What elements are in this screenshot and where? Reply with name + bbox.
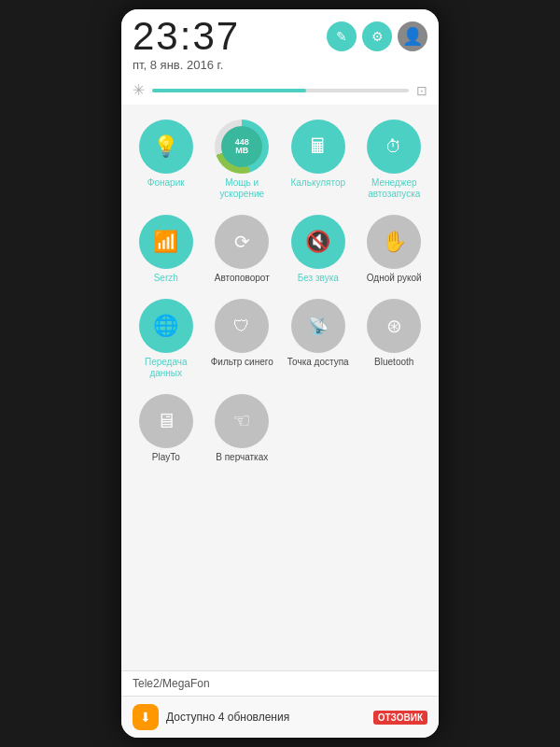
brightness-track[interactable] <box>152 89 409 92</box>
tile-data[interactable]: 🌐 Передача данных <box>129 293 203 385</box>
notification-text: Доступно 4 обновления <box>166 711 289 724</box>
tile-hotspot[interactable]: 📡 Точка доступа <box>281 293 356 385</box>
playto-label: PlayTo <box>152 452 180 463</box>
tile-calculator[interactable]: 🖩 Калькулятор <box>281 114 356 205</box>
tile-autostart[interactable]: ⏱ Менеджер автозапуска <box>357 114 432 205</box>
bluelight-label: Фильтр синего <box>211 357 273 368</box>
onehand-icon: ✋ <box>367 215 421 269</box>
edit-icon: ✎ <box>336 29 347 44</box>
bluelight-icon: 🛡 <box>215 299 269 353</box>
quick-settings-panel: 💡 Фонарик 448 МВ Мощь и ускорение 🖩 Каль… <box>121 105 439 670</box>
brightness-fill <box>152 89 306 92</box>
hotspot-label: Точка доступа <box>287 357 349 368</box>
time-display: 23:37 <box>133 17 240 56</box>
avatar[interactable]: 👤 <box>398 21 427 51</box>
tile-playto[interactable]: 🖥 PlayTo <box>129 388 203 469</box>
wifi-icon: 📶 <box>139 215 193 269</box>
tile-boost[interactable]: 448 МВ Мощь и ускорение <box>205 114 280 205</box>
brightness-low-icon: ✳ <box>133 81 145 99</box>
date-display: пт, 8 янв. 2016 г. <box>133 58 427 72</box>
rotation-icon: ⟳ <box>215 215 269 269</box>
otzovik-badge: ОТЗОВИК <box>373 711 427 725</box>
status-bar: 23:37 ✎ ⚙ 👤 пт, 8 янв. 2016 г. <box>121 9 439 76</box>
data-icon: 🌐 <box>139 299 193 353</box>
bluetooth-label: Bluetooth <box>374 357 413 368</box>
notification-bar[interactable]: ⬇ Доступно 4 обновления ОТЗОВИК <box>121 696 439 738</box>
gloves-icon: ☜ <box>215 394 269 448</box>
tile-bluelight[interactable]: 🛡 Фильтр синего <box>205 293 280 385</box>
tile-silent[interactable]: 🔇 Без звука <box>281 209 356 289</box>
tile-bluetooth[interactable]: ⊛ Bluetooth <box>357 293 432 385</box>
tile-gloves[interactable]: ☜ В перчатках <box>205 388 280 469</box>
notification-icon: ⬇ <box>133 704 159 730</box>
autostart-icon: ⏱ <box>367 120 421 174</box>
flashlight-label: Фонарик <box>147 177 185 189</box>
playto-icon: 🖥 <box>139 394 193 448</box>
autostart-label: Менеджер автозапуска <box>359 177 430 200</box>
rotation-label: Автоповорот <box>215 273 270 284</box>
ram-circle: 448 МВ <box>215 120 269 174</box>
wifi-label: Serzh <box>154 273 178 284</box>
top-icons: ✎ ⚙ 👤 <box>327 21 427 51</box>
carrier-bar: Tele2/MegaFon <box>121 670 439 696</box>
settings-icon-button[interactable]: ⚙ <box>362 21 392 51</box>
carrier-text: Tele2/MegaFon <box>133 677 210 690</box>
boost-label: Мощь и ускорение <box>207 177 278 200</box>
tile-onehand[interactable]: ✋ Одной рукой <box>357 209 432 289</box>
edit-icon-button[interactable]: ✎ <box>327 21 357 51</box>
onehand-label: Одной рукой <box>367 273 422 284</box>
brightness-bar: ✳ ⊡ <box>121 76 439 105</box>
phone-frame: 23:37 ✎ ⚙ 👤 пт, 8 янв. 2016 г. ✳ ⊡ <box>121 9 439 738</box>
tile-rotation[interactable]: ⟳ Автоповорот <box>205 209 280 289</box>
silent-icon: 🔇 <box>291 215 345 269</box>
ram-inner: 448 МВ <box>221 126 262 167</box>
calculator-label: Калькулятор <box>290 177 345 189</box>
avatar-icon: 👤 <box>402 26 423 47</box>
data-label: Передача данных <box>131 357 202 379</box>
hotspot-icon: 📡 <box>291 299 345 353</box>
screen-icon: ⊡ <box>416 83 427 98</box>
bluetooth-icon: ⊛ <box>367 299 421 353</box>
tiles-grid: 💡 Фонарик 448 МВ Мощь и ускорение 🖩 Каль… <box>129 114 431 469</box>
gloves-label: В перчатках <box>216 452 268 463</box>
tile-wifi[interactable]: 📶 Serzh <box>129 209 203 289</box>
calculator-icon: 🖩 <box>291 120 345 174</box>
flashlight-icon: 💡 <box>139 120 193 174</box>
settings-icon: ⚙ <box>371 29 384 44</box>
silent-label: Без звука <box>298 273 339 284</box>
tile-flashlight[interactable]: 💡 Фонарик <box>129 114 203 205</box>
ram-unit: МВ <box>235 147 248 155</box>
